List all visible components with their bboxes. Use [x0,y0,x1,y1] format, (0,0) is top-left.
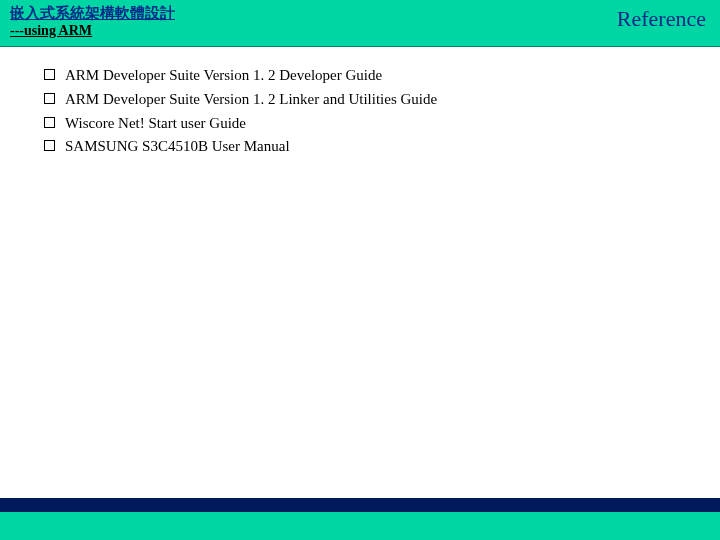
square-bullet-icon [44,140,55,151]
bullet-text: ARM Developer Suite Version 1. 2 Linker … [65,89,437,111]
slide-header: 嵌入式系統架構軟體設計 ---using ARM Reference [0,0,720,47]
bullet-text: Wiscore Net! Start user Guide [65,113,246,135]
list-item: ARM Developer Suite Version 1. 2 Linker … [44,89,690,111]
slide-content: ARM Developer Suite Version 1. 2 Develop… [0,47,720,170]
list-item: Wiscore Net! Start user Guide [44,113,690,135]
list-item: ARM Developer Suite Version 1. 2 Develop… [44,65,690,87]
footer-dark-bar [0,498,720,512]
list-item: SAMSUNG S3C4510B User Manual [44,136,690,158]
square-bullet-icon [44,93,55,104]
square-bullet-icon [44,69,55,80]
course-subtitle: ---using ARM [10,22,175,40]
footer-bar [0,512,720,540]
course-title: 嵌入式系統架構軟體設計 [10,4,175,22]
square-bullet-icon [44,117,55,128]
header-left: 嵌入式系統架構軟體設計 ---using ARM [10,4,175,40]
bullet-text: ARM Developer Suite Version 1. 2 Develop… [65,65,382,87]
page-title: Reference [617,4,710,32]
bullet-text: SAMSUNG S3C4510B User Manual [65,136,290,158]
